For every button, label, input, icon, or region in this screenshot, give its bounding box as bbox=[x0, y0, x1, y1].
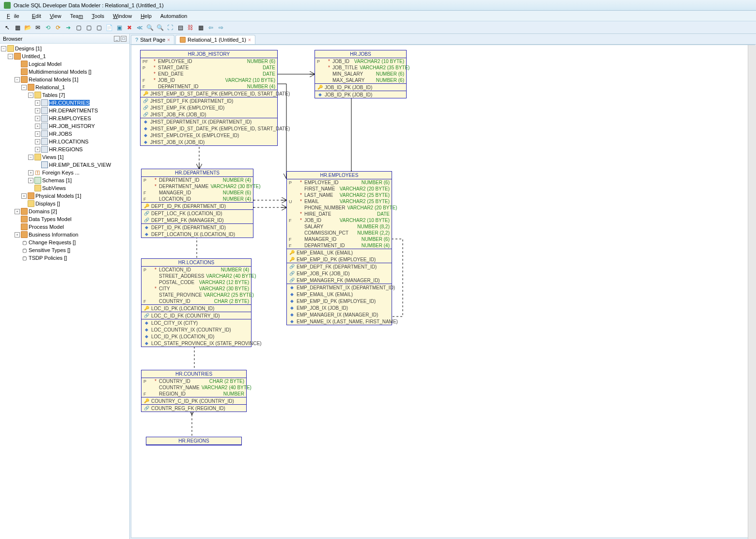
tool-open-icon[interactable]: 📂 bbox=[23, 23, 32, 32]
menu-view[interactable]: View bbox=[46, 12, 65, 20]
tool-refresh-icon[interactable]: ⟲ bbox=[44, 23, 52, 32]
tree-physmodels[interactable]: Physical Models [1] bbox=[35, 193, 81, 199]
menu-window[interactable]: Window bbox=[109, 12, 136, 20]
tool-prev-icon[interactable]: ≪ bbox=[135, 23, 144, 32]
entity-regions[interactable]: HR.REGIONS bbox=[146, 437, 242, 445]
expand-icon[interactable]: − bbox=[1, 46, 6, 51]
entity-departments[interactable]: HR.DEPARTMENTS P*DEPARTMENT_IDNUMBER (4)… bbox=[141, 169, 253, 238]
tool-zoomin-icon[interactable]: 🔍 bbox=[145, 23, 154, 32]
menu-team[interactable]: Team bbox=[66, 12, 87, 20]
expand-icon[interactable]: + bbox=[35, 131, 40, 137]
tool-img-icon[interactable]: ▣ bbox=[115, 23, 124, 32]
tab-startpage[interactable]: ?Start Page× bbox=[131, 35, 174, 44]
expand-icon[interactable]: + bbox=[35, 108, 40, 113]
tool-link-icon[interactable]: ⛓ bbox=[186, 23, 195, 32]
tree-logical[interactable]: Logical Model bbox=[29, 61, 62, 67]
tool-fwd-icon[interactable]: ⇨ bbox=[217, 23, 225, 32]
key-row: 🔗EMP_MANAGER_FK (MANAGER_ID) bbox=[287, 277, 392, 284]
tool-doc2-icon[interactable]: ▢ bbox=[84, 23, 93, 32]
menu-help[interactable]: Help bbox=[137, 12, 156, 20]
tool-pointer-icon[interactable]: ↖ bbox=[3, 23, 12, 32]
minimize-icon[interactable]: _ bbox=[114, 36, 120, 42]
tool-doc3-icon[interactable]: ▢ bbox=[94, 23, 103, 32]
tool-fit-icon[interactable]: ⛶ bbox=[166, 23, 174, 32]
close-icon[interactable]: × bbox=[167, 37, 170, 43]
column-row: MAX_SALARYNUMBER (6) bbox=[315, 77, 406, 83]
tree-domains[interactable]: Domains [2] bbox=[29, 208, 57, 214]
key-row: 🔗JHIST_EMP_FK (EMPLOYEE_ID) bbox=[141, 104, 277, 111]
tool-delete-icon[interactable]: ✖ bbox=[125, 23, 134, 32]
tree-schemas[interactable]: Schemas [1] bbox=[42, 177, 72, 183]
expand-icon[interactable]: + bbox=[15, 209, 20, 214]
expand-icon[interactable]: − bbox=[28, 155, 33, 160]
tree-jobs[interactable]: HR.JOBS bbox=[49, 131, 72, 137]
tree-displays[interactable]: Displays [] bbox=[35, 201, 60, 206]
tree-jobhist[interactable]: HR.JOB_HISTORY bbox=[49, 123, 95, 129]
tool-mail-icon[interactable]: ✉ bbox=[33, 23, 42, 32]
tool-grid-icon[interactable]: ▦ bbox=[13, 23, 22, 32]
menu-file[interactable]: File bbox=[3, 12, 27, 20]
entity-title: HR.REGIONS bbox=[146, 437, 241, 445]
tree-locations[interactable]: HR.LOCATIONS bbox=[49, 139, 89, 144]
tree-dtmodel[interactable]: Data Types Model bbox=[29, 216, 71, 222]
tree-employees[interactable]: HR.EMPLOYEES bbox=[49, 115, 91, 121]
expand-icon[interactable]: + bbox=[28, 170, 33, 175]
entity-locations[interactable]: HR.LOCATIONS P*LOCATION_IDNUMBER (4)STRE… bbox=[141, 258, 252, 347]
close-icon[interactable]: × bbox=[248, 37, 251, 43]
expand-icon[interactable]: + bbox=[21, 193, 27, 199]
menu-tools[interactable]: Tools bbox=[88, 12, 108, 20]
tree-procmodel[interactable]: Process Model bbox=[29, 224, 64, 230]
tab-relational[interactable]: Relational_1 (Untitled_1)× bbox=[175, 35, 255, 44]
expand-icon[interactable]: + bbox=[35, 147, 40, 152]
tree-sensitive[interactable]: Sensitive Types [] bbox=[29, 247, 70, 253]
browser-tree[interactable]: −Designs [1] −Untitled_1 Logical Model M… bbox=[0, 44, 129, 539]
tree-views[interactable]: Views [1] bbox=[42, 154, 63, 160]
tool-sync-icon[interactable]: ⟳ bbox=[54, 23, 63, 32]
key-row: 🔑COUNTRY_C_ID_PK (COUNTRY_ID) bbox=[142, 397, 246, 404]
entity-jobs[interactable]: HR.JOBS P*JOB_IDVARCHAR2 (10 BYTE)*JOB_T… bbox=[315, 50, 407, 98]
expand-icon[interactable]: − bbox=[8, 54, 13, 59]
expand-icon[interactable]: − bbox=[15, 77, 20, 82]
tree-tsdp[interactable]: TSDP Policies [] bbox=[29, 255, 67, 261]
key-row: ◆DEPT_LOCATION_IX (LOCATION_ID) bbox=[142, 231, 253, 238]
entity-countries[interactable]: HR.COUNTRIES P*COUNTRY_IDCHAR (2 BYTE)CO… bbox=[141, 370, 247, 412]
menu-automation[interactable]: Automation bbox=[157, 12, 191, 20]
expand-icon[interactable]: + bbox=[28, 178, 33, 183]
tool-arrow-icon[interactable]: ➜ bbox=[64, 23, 73, 32]
expand-icon[interactable]: + bbox=[35, 100, 40, 106]
tool-db-icon[interactable]: ▤ bbox=[176, 23, 185, 32]
tree-tables[interactable]: Tables [7] bbox=[42, 92, 65, 98]
tree-multidim[interactable]: Multidimensional Models [] bbox=[29, 69, 92, 75]
tree-fkeys[interactable]: Foreign Keys ... bbox=[42, 170, 79, 175]
maximize-icon[interactable]: □ bbox=[121, 36, 126, 42]
expand-icon[interactable]: − bbox=[28, 93, 33, 98]
tool-back-icon[interactable]: ⇦ bbox=[206, 23, 215, 32]
expand-icon[interactable]: + bbox=[35, 124, 40, 129]
expand-icon[interactable]: − bbox=[21, 85, 27, 90]
model-icon bbox=[21, 231, 28, 238]
tree-regions[interactable]: HR.REGIONS bbox=[49, 146, 83, 152]
tool-layout-icon[interactable]: ▦ bbox=[196, 23, 205, 32]
tree-changereq[interactable]: Change Requests [] bbox=[29, 239, 76, 245]
expand-icon[interactable]: + bbox=[35, 139, 40, 144]
tree-relmodels[interactable]: Relational Models [1] bbox=[29, 77, 79, 82]
diagram-canvas[interactable]: HR.JOB_HISTORY PF*EMPLOYEE_IDNUMBER (6)P… bbox=[131, 45, 755, 538]
tree-rel1[interactable]: Relational_1 bbox=[35, 84, 65, 90]
tree-designs[interactable]: Designs [1] bbox=[15, 46, 42, 51]
scrollbar[interactable] bbox=[748, 45, 756, 539]
schema-icon bbox=[34, 177, 41, 184]
tool-new-icon[interactable]: 📄 bbox=[105, 23, 113, 32]
tree-departments[interactable]: HR.DEPARTMENTS bbox=[49, 108, 98, 113]
tree-subviews[interactable]: SubViews bbox=[42, 185, 66, 191]
menu-edit[interactable]: Edit bbox=[28, 12, 45, 20]
tool-doc1-icon[interactable]: ▢ bbox=[74, 23, 83, 32]
entity-employees[interactable]: HR.EMPLOYEES P*EMPLOYEE_IDNUMBER (6)FIRS… bbox=[286, 171, 392, 325]
tree-untitled[interactable]: Untitled_1 bbox=[22, 53, 46, 59]
tree-empdetview[interactable]: HR.EMP_DETAILS_VIEW bbox=[49, 162, 111, 168]
entity-jobhistory[interactable]: HR.JOB_HISTORY PF*EMPLOYEE_IDNUMBER (6)P… bbox=[140, 50, 278, 146]
tree-bizinfo[interactable]: Business Information bbox=[29, 232, 79, 238]
tool-zoomout-icon[interactable]: 🔍 bbox=[156, 23, 164, 32]
expand-icon[interactable]: + bbox=[15, 232, 20, 238]
expand-icon[interactable]: + bbox=[35, 116, 40, 121]
tree-countries[interactable]: HR.COUNTRIES bbox=[49, 100, 90, 106]
